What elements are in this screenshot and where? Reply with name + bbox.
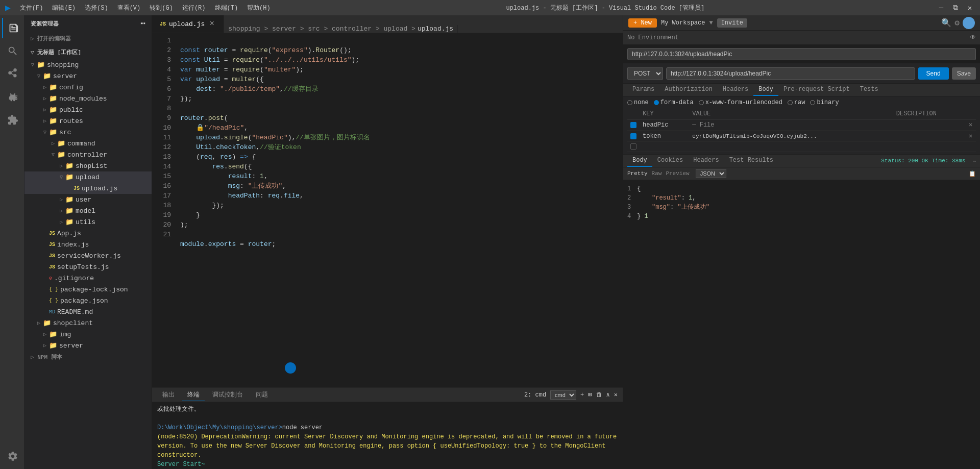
req-tab-pre-request[interactable]: Pre-request Script	[778, 84, 855, 96]
body-raw[interactable]: raw	[788, 99, 805, 106]
activity-settings[interactable]	[2, 446, 22, 466]
activity-explorer[interactable]	[2, 18, 22, 38]
tree-node-modules[interactable]: ▷ 📁 node_modules	[24, 93, 152, 104]
tree-model[interactable]: ▷ 📁 model	[24, 205, 152, 216]
row-3-check[interactable]	[630, 143, 636, 150]
tree-gitignore[interactable]: ⊘ .gitignore	[24, 273, 152, 284]
row-2-del[interactable]: ✕	[966, 131, 976, 142]
terminal-close-icon[interactable]: ✕	[614, 391, 618, 399]
panel-tab-output[interactable]: 输出	[157, 389, 180, 401]
panel-tab-debug[interactable]: 调试控制台	[207, 389, 248, 401]
tree-index-js[interactable]: JS index.js	[24, 239, 152, 250]
tree-package-lock[interactable]: { } package-lock.json	[24, 284, 152, 295]
save-button[interactable]: Save	[952, 67, 976, 80]
row-3-desc[interactable]	[893, 142, 966, 152]
tree-app-js[interactable]: JS App.js	[24, 228, 152, 239]
menu-run[interactable]: 运行(R)	[178, 3, 210, 13]
tree-routes[interactable]: ▷ 📁 routes	[24, 115, 152, 127]
row-2-value[interactable]: eyrtDoMgsUTltsmlb-CoJaqoVCO.eyjub2...	[689, 131, 893, 142]
request-url-input[interactable]	[666, 67, 915, 80]
format-preview[interactable]: Preview	[666, 170, 689, 177]
body-raw-radio[interactable]	[788, 100, 793, 105]
req-tab-tests[interactable]: Tests	[855, 84, 884, 96]
row-1-key[interactable]: headPic	[640, 119, 689, 131]
sidebar-open-editors-header[interactable]: ▷ 打开的编辑器	[24, 32, 152, 45]
tree-shopclient[interactable]: ▷ 📁 shopclient	[24, 317, 152, 329]
postman-search-icon[interactable]: 🔍	[941, 18, 951, 28]
row-2-check[interactable]	[630, 133, 636, 139]
response-options[interactable]: ⋯	[972, 158, 976, 164]
res-tab-body[interactable]: Body	[627, 155, 652, 167]
tree-server[interactable]: ▽ 📁 server	[24, 70, 152, 82]
body-urlencoded[interactable]: x-www-form-urlencoded	[699, 99, 782, 106]
postman-new-btn[interactable]: + New	[628, 18, 657, 28]
tree-shopclient-img[interactable]: ▷ 📁 img	[24, 329, 152, 340]
row-2-key[interactable]: token	[640, 131, 689, 142]
tree-upload-js[interactable]: JS upload.js	[24, 183, 152, 194]
npm-section-header[interactable]: ▷ NPM 脚本	[24, 351, 152, 363]
tab-upload-js[interactable]: JS upload.js ×	[152, 15, 224, 33]
response-copy-icon[interactable]: 📋	[969, 170, 976, 177]
terminal-selector[interactable]: cmd	[550, 390, 576, 400]
terminal-chevron-up-icon[interactable]: ∧	[606, 391, 610, 399]
format-type-select[interactable]: JSON	[696, 169, 726, 178]
menu-select[interactable]: 选择(S)	[81, 3, 112, 13]
row-1-value[interactable]: — File	[689, 119, 893, 131]
send-button[interactable]: Send	[918, 67, 949, 80]
postman-workspace[interactable]: My Workspace	[661, 19, 705, 27]
postman-settings-icon[interactable]: ⚙	[954, 18, 960, 28]
res-tab-cookies[interactable]: Cookies	[652, 155, 688, 167]
tree-utils[interactable]: ▷ 📁 utils	[24, 216, 152, 228]
close-button[interactable]: ✕	[965, 3, 975, 13]
req-tab-body[interactable]: Body	[753, 84, 778, 96]
tree-package-json[interactable]: { } package.json	[24, 295, 152, 306]
row-2-desc[interactable]	[893, 131, 966, 142]
tree-command[interactable]: ▷ 📁 command	[24, 138, 152, 149]
activity-source-control[interactable]	[2, 64, 22, 84]
tree-shoplist[interactable]: ▷ 📁 shopList	[24, 160, 152, 171]
minimize-button[interactable]: —	[936, 3, 946, 13]
menu-view[interactable]: 查看(V)	[113, 3, 145, 13]
body-binary[interactable]: binary	[810, 99, 839, 106]
tab-close-button[interactable]: ×	[208, 20, 216, 28]
req-tab-params[interactable]: Params	[627, 84, 659, 96]
terminal-content[interactable]: 或批处理文件。 D:\Work\Object\My\shopping\serve…	[152, 402, 623, 469]
body-form-data-radio[interactable]	[654, 100, 659, 105]
res-tab-headers[interactable]: Headers	[688, 155, 724, 167]
tree-readme[interactable]: MD README.md	[24, 306, 152, 317]
activity-extensions[interactable]	[2, 110, 22, 130]
row-1-check[interactable]	[630, 122, 636, 128]
body-none-radio[interactable]	[627, 100, 632, 105]
terminal-add-icon[interactable]: +	[580, 391, 584, 399]
postman-invite-btn[interactable]: Invite	[717, 18, 747, 28]
tree-public[interactable]: ▷ 📁 public	[24, 104, 152, 115]
tree-upload[interactable]: ▽ 📁 upload	[24, 171, 152, 183]
sidebar-workspace-header[interactable]: ▽ 无标题 [工作区]	[24, 45, 152, 59]
menu-edit[interactable]: 编辑(E)	[48, 3, 80, 13]
format-pretty[interactable]: Pretty	[627, 170, 648, 177]
terminal-split-icon[interactable]: ⊞	[588, 391, 592, 399]
activity-debug[interactable]	[2, 87, 22, 107]
body-binary-radio[interactable]	[810, 100, 815, 105]
format-raw[interactable]: Raw	[652, 170, 662, 177]
code-content[interactable]: const router = require("express").Router…	[175, 33, 623, 387]
terminal-delete-icon[interactable]: 🗑	[596, 391, 602, 399]
sidebar-explorer-header[interactable]: 资源管理器 ⋯	[24, 15, 152, 32]
tree-service-worker[interactable]: JS serviceWorker.js	[24, 250, 152, 261]
tree-setup-tests[interactable]: JS setupTests.js	[24, 261, 152, 273]
row-1-desc[interactable]	[893, 119, 966, 131]
tree-user[interactable]: ▷ 📁 user	[24, 194, 152, 205]
menu-help[interactable]: 帮助(H)	[243, 3, 275, 13]
body-urlencoded-radio[interactable]	[699, 100, 704, 105]
row-3-del[interactable]	[966, 142, 976, 152]
activity-search[interactable]	[2, 41, 22, 61]
tree-shopping[interactable]: ▽ 📁 shopping	[24, 59, 152, 70]
maximize-button[interactable]: ⧉	[950, 3, 961, 13]
menu-goto[interactable]: 转到(G)	[145, 3, 177, 13]
menu-terminal[interactable]: 终端(T)	[211, 3, 242, 13]
tree-src[interactable]: ▽ 📁 src	[24, 127, 152, 138]
req-tab-auth[interactable]: Authorization	[659, 84, 718, 96]
method-select[interactable]: POST GET PUT DELETE	[627, 67, 663, 80]
res-tab-test-results[interactable]: Test Results	[724, 155, 778, 167]
postman-no-environment[interactable]: No Environment	[627, 34, 679, 41]
